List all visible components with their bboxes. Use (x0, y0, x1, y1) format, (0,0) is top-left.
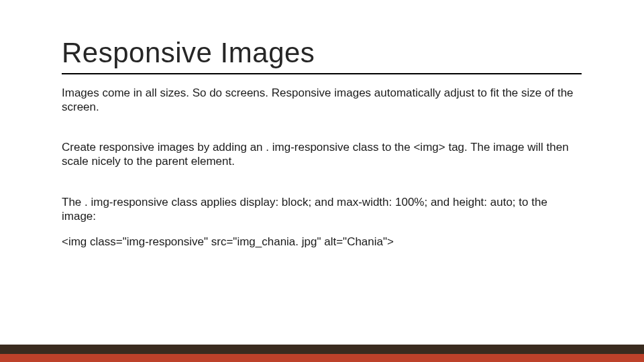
footer-stripe-red (0, 354, 644, 362)
paragraph-2: Create responsive images by adding an . … (62, 141, 582, 168)
slide-title: Responsive Images (62, 37, 582, 69)
paragraph-4: <img class="img-responsive" src="img_cha… (62, 235, 582, 249)
paragraph-3: The . img-responsive class applies displ… (62, 196, 582, 223)
footer-decoration (0, 345, 644, 362)
paragraph-1: Images come in all sizes. So do screens.… (62, 86, 582, 114)
slide-content: Responsive Images Images come in all siz… (0, 0, 644, 249)
title-divider (62, 73, 582, 74)
footer-stripe-dark (0, 345, 644, 354)
